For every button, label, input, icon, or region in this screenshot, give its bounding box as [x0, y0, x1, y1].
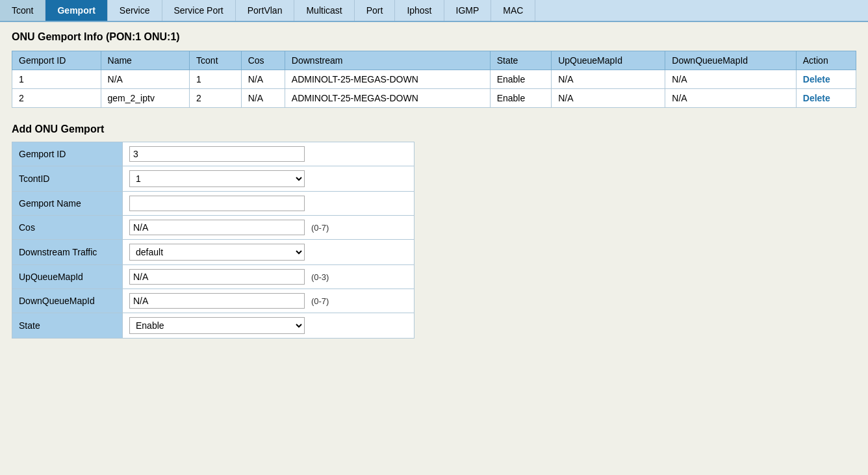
cell-downqueue: N/A	[665, 70, 796, 89]
cell-downstream: ADMINOLT-25-MEGAS-DOWN	[285, 70, 490, 89]
downstream-select[interactable]: default	[129, 244, 305, 261]
cell-tcont: 2	[190, 89, 242, 108]
cell-cos: N/A	[241, 89, 285, 108]
form-row-cos: Cos (0-7)	[12, 216, 415, 240]
delete-link[interactable]: Delete	[803, 74, 830, 84]
tab-gemport[interactable]: Gemport	[45, 0, 107, 21]
cell-upqueue: N/A	[552, 89, 665, 108]
input-cell-upqueue: (0-3)	[123, 265, 415, 289]
form-row-upqueue: UpQueueMapId (0-3)	[12, 265, 415, 289]
form-row-gemport-id: Gemport ID	[12, 142, 415, 166]
gemport-info-table: Gemport ID Name Tcont Cos Downstream Sta…	[12, 51, 856, 108]
tab-multicast[interactable]: Multicast	[294, 0, 354, 21]
tab-igmp[interactable]: IGMP	[444, 0, 492, 21]
downqueue-input[interactable]	[129, 293, 305, 309]
col-state: State	[490, 51, 551, 70]
label-upqueue: UpQueueMapId	[12, 265, 123, 289]
cell-gemport-id: 2	[12, 89, 101, 108]
col-upqueue: UpQueueMapId	[552, 51, 665, 70]
cell-name: N/A	[101, 70, 190, 89]
table-row: 1N/A1N/AADMINOLT-25-MEGAS-DOWNEnableN/AN…	[12, 70, 856, 89]
col-downqueue: DownQueueMapId	[665, 51, 796, 70]
main-content: ONU Gemport Info (PON:1 ONU:1) Gemport I…	[0, 22, 868, 348]
cell-action: Delete	[796, 89, 856, 108]
input-cell-gemport-name	[123, 192, 415, 216]
label-downqueue: DownQueueMapId	[12, 289, 123, 313]
form-row-gemport-name: Gemport Name	[12, 192, 415, 216]
col-name: Name	[101, 51, 190, 70]
col-downstream: Downstream	[285, 51, 490, 70]
delete-link[interactable]: Delete	[803, 93, 830, 103]
label-state: State	[12, 313, 123, 339]
cos-input[interactable]	[129, 220, 305, 235]
cell-downqueue: N/A	[665, 89, 796, 108]
upqueue-input[interactable]	[129, 269, 305, 285]
form-row-downqueue: DownQueueMapId (0-7)	[12, 289, 415, 313]
col-tcont: Tcont	[190, 51, 242, 70]
form-row-tcont-id: TcontID 1234	[12, 166, 415, 192]
col-gemport-id: Gemport ID	[12, 51, 101, 70]
label-cos: Cos	[12, 216, 123, 240]
cell-gemport-id: 1	[12, 70, 101, 89]
tab-service[interactable]: Service	[108, 0, 162, 21]
info-section-title: ONU Gemport Info (PON:1 ONU:1)	[12, 31, 856, 43]
label-tcont-id: TcontID	[12, 166, 123, 192]
cos-hint: (0-7)	[311, 223, 329, 233]
add-gemport-form: Gemport ID TcontID 1234 Gemport Name Cos	[12, 142, 415, 339]
tab-iphost[interactable]: Iphost	[395, 0, 444, 21]
cell-upqueue: N/A	[552, 70, 665, 89]
input-cell-cos: (0-7)	[123, 216, 415, 240]
tab-bar: Tcont Gemport Service Service Port PortV…	[0, 0, 868, 22]
form-row-downstream: Downstream Traffic default	[12, 240, 415, 265]
input-cell-state: EnableDisable	[123, 313, 415, 339]
cell-tcont: 1	[190, 70, 242, 89]
cell-downstream: ADMINOLT-25-MEGAS-DOWN	[285, 89, 490, 108]
add-section-title: Add ONU Gemport	[12, 123, 856, 135]
form-row-state: State EnableDisable	[12, 313, 415, 339]
input-cell-gemport-id	[123, 142, 415, 166]
tab-mac[interactable]: MAC	[491, 0, 535, 21]
tab-portvlan[interactable]: PortVlan	[236, 0, 295, 21]
gemport-id-input[interactable]	[129, 146, 305, 162]
col-cos: Cos	[241, 51, 285, 70]
upqueue-hint: (0-3)	[311, 272, 329, 282]
cell-cos: N/A	[241, 70, 285, 89]
tab-service-port[interactable]: Service Port	[162, 0, 236, 21]
col-action: Action	[796, 51, 856, 70]
tab-port[interactable]: Port	[355, 0, 396, 21]
downqueue-hint: (0-7)	[311, 296, 329, 306]
tab-tcont[interactable]: Tcont	[0, 0, 45, 21]
gemport-name-input[interactable]	[129, 196, 305, 211]
label-downstream: Downstream Traffic	[12, 240, 123, 265]
state-select[interactable]: EnableDisable	[129, 317, 305, 334]
cell-state: Enable	[490, 70, 551, 89]
table-row: 2gem_2_iptv2N/AADMINOLT-25-MEGAS-DOWNEna…	[12, 89, 856, 108]
input-cell-tcont-id: 1234	[123, 166, 415, 192]
label-gemport-id: Gemport ID	[12, 142, 123, 166]
cell-name: gem_2_iptv	[101, 89, 190, 108]
label-gemport-name: Gemport Name	[12, 192, 123, 216]
tcont-id-select[interactable]: 1234	[129, 170, 305, 187]
cell-action: Delete	[796, 70, 856, 89]
input-cell-downqueue: (0-7)	[123, 289, 415, 313]
input-cell-downstream: default	[123, 240, 415, 265]
cell-state: Enable	[490, 89, 551, 108]
